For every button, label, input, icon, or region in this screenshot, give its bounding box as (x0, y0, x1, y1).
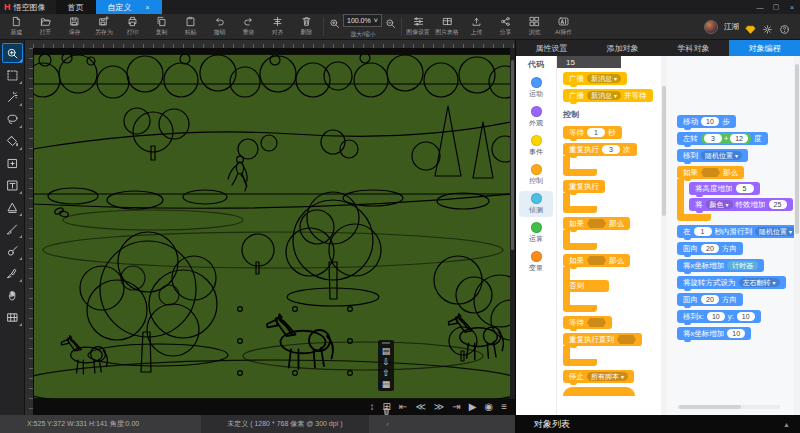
lasso-tool[interactable] (2, 109, 23, 129)
boolean-slot[interactable] (617, 335, 636, 344)
number-input[interactable]: 3 (704, 134, 722, 143)
layers-icon[interactable]: ▤ (379, 346, 393, 356)
image-settings-button[interactable]: 图像设置 (404, 16, 433, 37)
boolean-slot[interactable] (587, 219, 606, 228)
new-button[interactable]: 新建 (2, 16, 31, 37)
panel-tab-4[interactable]: 对象编程 (729, 40, 800, 56)
close-button[interactable]: × (784, 0, 800, 14)
first-button[interactable]: ⇤ (399, 401, 407, 413)
object-list-bar[interactable]: 对象列表 ▲ (516, 415, 800, 433)
delete-button[interactable]: 删除 (292, 16, 321, 37)
block[interactable]: 左转3+12度 (677, 132, 768, 145)
block[interactable]: 如果那么否则 (563, 254, 630, 312)
block[interactable]: 重复执行直到 (563, 333, 642, 366)
block[interactable]: 在1秒内滑行到随机位置▾ (677, 225, 794, 238)
c-block-header[interactable]: 重复执行 (563, 180, 605, 193)
category-变量[interactable]: 变量 (519, 249, 553, 275)
block[interactable]: 将高度增加5 (689, 182, 760, 195)
category-运算[interactable]: 运算 (519, 220, 553, 246)
block[interactable]: 将颜色▾特效增加25 (689, 198, 793, 211)
panel-tab-3[interactable]: 学科对象 (658, 40, 729, 56)
swap-button[interactable]: ↕ (370, 401, 375, 413)
cutout-tool[interactable] (2, 263, 23, 283)
number-input[interactable]: 10 (727, 329, 745, 338)
avatar[interactable] (704, 20, 718, 34)
save-as-button[interactable]: 另存为 (89, 16, 118, 37)
marquee-tool[interactable] (2, 65, 23, 85)
crop-tool[interactable] (2, 153, 23, 173)
block[interactable]: 等待1秒 (563, 126, 622, 139)
dropdown-input[interactable]: 颜色▾ (706, 200, 733, 209)
script-hscrollbar[interactable] (677, 405, 780, 409)
block[interactable]: 重复执行 (563, 180, 627, 213)
block[interactable]: 面向20方向 (677, 293, 743, 306)
save-button[interactable]: 保存 (60, 16, 89, 37)
print-button[interactable]: 打印 (118, 16, 147, 37)
dropdown-input[interactable]: 随机位置▾ (755, 227, 794, 236)
brush-tool[interactable] (2, 219, 23, 239)
number-input[interactable]: 20 (701, 244, 719, 253)
script-scrollbar[interactable] (794, 56, 800, 415)
record-button[interactable]: ◉ (484, 401, 493, 413)
merge-icon[interactable]: ▦ (379, 379, 393, 389)
align-button[interactable]: 对齐 (263, 16, 292, 37)
move-down-icon[interactable]: ⇩ (379, 357, 393, 367)
status-collapse-icon[interactable]: ‹ (387, 421, 389, 428)
block[interactable]: 将x坐标增加10 (677, 327, 751, 340)
image-table-button[interactable]: 图片表格 (433, 16, 462, 37)
vip-gem-icon[interactable] (745, 21, 756, 32)
number-input[interactable]: 10 (701, 117, 719, 126)
block[interactable]: 移动10步 (677, 115, 736, 128)
block[interactable]: 如果那么 (563, 217, 630, 250)
number-input[interactable]: 10 (707, 312, 725, 321)
block[interactable]: 移到随机位置▾ (677, 149, 748, 162)
expand-caret-icon[interactable]: ▲ (783, 421, 790, 428)
dropdown-input[interactable]: 新消息▾ (587, 91, 621, 100)
dropdown-input[interactable]: 左右翻转▾ (739, 278, 780, 287)
text-tool[interactable] (2, 175, 23, 195)
browse-button[interactable]: 浏览 (520, 16, 549, 37)
category-运动[interactable]: 运动 (519, 75, 553, 101)
number-input[interactable]: 25 (769, 200, 787, 209)
c-block-header[interactable]: 重复执行直到 (563, 333, 642, 346)
script-area[interactable]: 移动10步左转3+12度移到随机位置▾如果那么将高度增加5将颜色▾特效增加25在… (667, 56, 794, 415)
help-icon[interactable] (779, 21, 790, 32)
boolean-slot[interactable] (587, 256, 606, 265)
last-button[interactable]: ⇥ (452, 401, 460, 413)
copy-button[interactable]: 复制 (147, 16, 176, 37)
tab-custom[interactable]: 自定义 × (96, 0, 162, 14)
open-button[interactable]: 打开 (31, 16, 60, 37)
fit-button[interactable]: ⊞ (383, 401, 391, 413)
sensing-timer-block[interactable]: 计时器 (727, 261, 758, 270)
photo-canvas[interactable] (33, 54, 511, 399)
paste-button[interactable]: 粘贴 (176, 16, 205, 37)
dropdown-input[interactable]: 新消息▾ (587, 74, 621, 83)
fill-tool[interactable] (2, 131, 23, 151)
panel-tab-2[interactable]: 添加对象 (587, 40, 658, 56)
category-控制[interactable]: 控制 (519, 162, 553, 188)
category-外观[interactable]: 外观 (519, 104, 553, 130)
block[interactable]: 重复执行3次 (563, 143, 637, 176)
block[interactable]: 移到x:10y:10 (677, 310, 761, 323)
number-input[interactable]: 1 (694, 227, 712, 236)
category-事件[interactable]: 事件 (519, 133, 553, 159)
hand-tool[interactable] (2, 285, 23, 305)
object-tab[interactable]: 15 (557, 56, 621, 68)
forward-button[interactable]: ≫ (434, 401, 444, 413)
number-input[interactable]: 3 (602, 145, 620, 154)
number-input[interactable]: 10 (737, 312, 755, 321)
boolean-slot[interactable] (701, 168, 720, 177)
ai-actions-button[interactable]: AI操作 (549, 16, 578, 37)
block[interactable]: 等待 (563, 316, 612, 329)
category-侦测[interactable]: 侦测 (519, 191, 553, 217)
shape-tool[interactable] (2, 197, 23, 217)
upload-button[interactable]: 上传 (462, 16, 491, 37)
block[interactable]: 广播新消息▾ (563, 72, 627, 85)
zoom-out-icon[interactable] (385, 15, 396, 26)
zoom-tool[interactable] (2, 43, 23, 63)
block[interactable]: 停止所有脚本▾ (563, 370, 634, 383)
undo-button[interactable]: 撤销 (205, 16, 234, 37)
move-up-icon[interactable]: ⇧ (379, 368, 393, 378)
dropdown-input[interactable]: 随机位置▾ (701, 151, 742, 160)
minimize-button[interactable]: — (752, 0, 768, 14)
